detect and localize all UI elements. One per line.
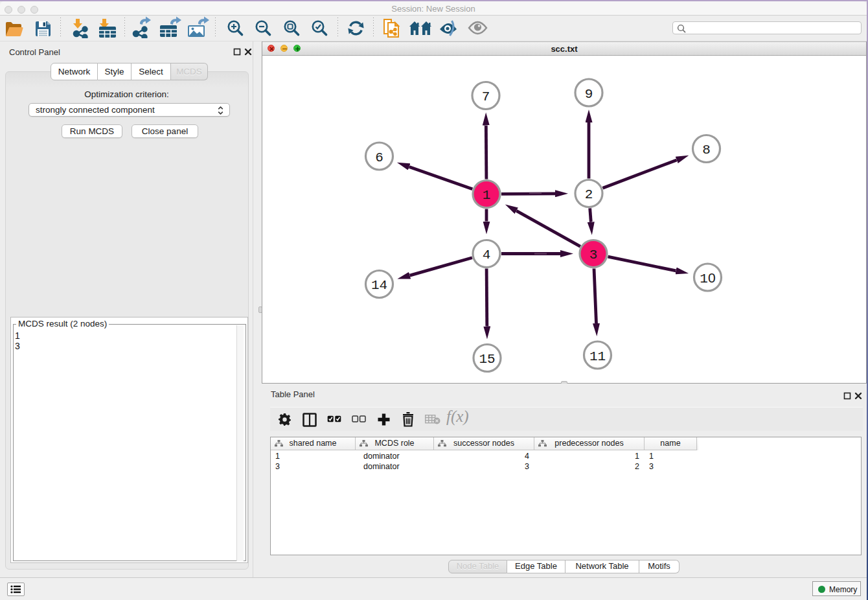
svg-text:14: 14 (371, 278, 387, 293)
svg-text:15: 15 (479, 352, 495, 367)
svg-text:7: 7 (482, 89, 490, 104)
svg-text:1: 1 (483, 188, 491, 203)
svg-text:4: 4 (483, 248, 491, 262)
svg-text:3: 3 (589, 248, 598, 262)
svg-text:9: 9 (585, 87, 593, 102)
svg-text:2: 2 (585, 187, 593, 202)
svg-text:8: 8 (702, 143, 711, 157)
svg-text:10: 10 (700, 270, 715, 286)
svg-text:11: 11 (589, 349, 606, 364)
svg-text:6: 6 (375, 150, 383, 165)
